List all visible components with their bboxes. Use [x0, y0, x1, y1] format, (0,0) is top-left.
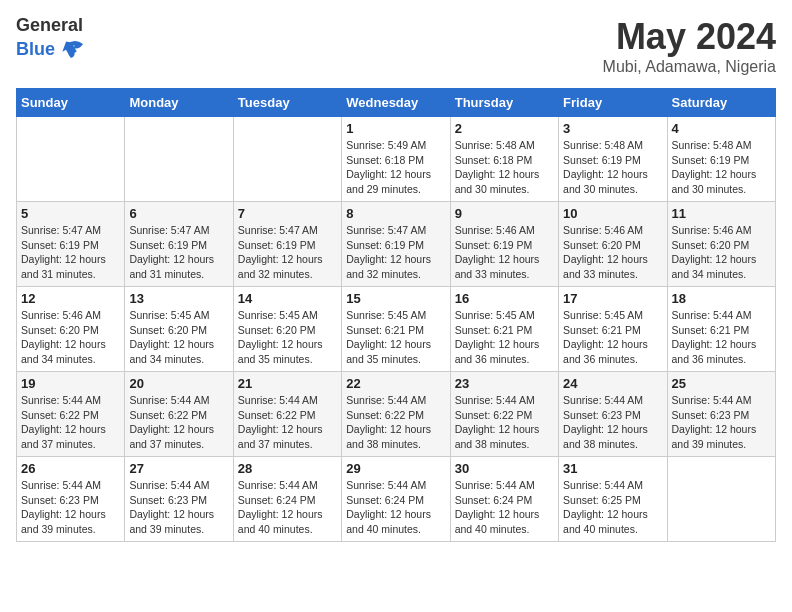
page-header: General Blue May 2024 Mubi, Adamawa, Nig… [16, 16, 776, 76]
logo-blue: Blue [16, 40, 55, 60]
day-info: Sunrise: 5:44 AM Sunset: 6:22 PM Dayligh… [21, 393, 120, 452]
day-number: 25 [672, 376, 771, 391]
day-cell: 13Sunrise: 5:45 AM Sunset: 6:20 PM Dayli… [125, 287, 233, 372]
main-title: May 2024 [603, 16, 776, 58]
day-cell [667, 457, 775, 542]
day-info: Sunrise: 5:45 AM Sunset: 6:21 PM Dayligh… [346, 308, 445, 367]
day-cell: 31Sunrise: 5:44 AM Sunset: 6:25 PM Dayli… [559, 457, 667, 542]
day-cell: 23Sunrise: 5:44 AM Sunset: 6:22 PM Dayli… [450, 372, 558, 457]
day-info: Sunrise: 5:44 AM Sunset: 6:23 PM Dayligh… [21, 478, 120, 537]
column-header-thursday: Thursday [450, 89, 558, 117]
day-info: Sunrise: 5:45 AM Sunset: 6:20 PM Dayligh… [238, 308, 337, 367]
column-header-friday: Friday [559, 89, 667, 117]
day-cell: 27Sunrise: 5:44 AM Sunset: 6:23 PM Dayli… [125, 457, 233, 542]
day-number: 9 [455, 206, 554, 221]
day-cell: 10Sunrise: 5:46 AM Sunset: 6:20 PM Dayli… [559, 202, 667, 287]
day-number: 8 [346, 206, 445, 221]
title-area: May 2024 Mubi, Adamawa, Nigeria [603, 16, 776, 76]
day-number: 5 [21, 206, 120, 221]
day-info: Sunrise: 5:47 AM Sunset: 6:19 PM Dayligh… [129, 223, 228, 282]
day-number: 15 [346, 291, 445, 306]
day-cell: 16Sunrise: 5:45 AM Sunset: 6:21 PM Dayli… [450, 287, 558, 372]
day-number: 12 [21, 291, 120, 306]
column-header-monday: Monday [125, 89, 233, 117]
day-cell: 4Sunrise: 5:48 AM Sunset: 6:19 PM Daylig… [667, 117, 775, 202]
day-number: 29 [346, 461, 445, 476]
day-cell: 22Sunrise: 5:44 AM Sunset: 6:22 PM Dayli… [342, 372, 450, 457]
logo-general: General [16, 16, 83, 36]
day-info: Sunrise: 5:45 AM Sunset: 6:21 PM Dayligh… [455, 308, 554, 367]
day-info: Sunrise: 5:47 AM Sunset: 6:19 PM Dayligh… [21, 223, 120, 282]
day-info: Sunrise: 5:47 AM Sunset: 6:19 PM Dayligh… [346, 223, 445, 282]
day-cell: 28Sunrise: 5:44 AM Sunset: 6:24 PM Dayli… [233, 457, 341, 542]
day-info: Sunrise: 5:48 AM Sunset: 6:18 PM Dayligh… [455, 138, 554, 197]
day-number: 17 [563, 291, 662, 306]
day-number: 6 [129, 206, 228, 221]
day-info: Sunrise: 5:44 AM Sunset: 6:22 PM Dayligh… [238, 393, 337, 452]
day-cell: 21Sunrise: 5:44 AM Sunset: 6:22 PM Dayli… [233, 372, 341, 457]
day-number: 27 [129, 461, 228, 476]
day-number: 3 [563, 121, 662, 136]
column-header-saturday: Saturday [667, 89, 775, 117]
day-cell: 29Sunrise: 5:44 AM Sunset: 6:24 PM Dayli… [342, 457, 450, 542]
day-info: Sunrise: 5:44 AM Sunset: 6:24 PM Dayligh… [238, 478, 337, 537]
day-cell: 9Sunrise: 5:46 AM Sunset: 6:19 PM Daylig… [450, 202, 558, 287]
day-number: 30 [455, 461, 554, 476]
day-info: Sunrise: 5:44 AM Sunset: 6:23 PM Dayligh… [129, 478, 228, 537]
day-cell: 14Sunrise: 5:45 AM Sunset: 6:20 PM Dayli… [233, 287, 341, 372]
day-info: Sunrise: 5:44 AM Sunset: 6:24 PM Dayligh… [455, 478, 554, 537]
day-info: Sunrise: 5:45 AM Sunset: 6:20 PM Dayligh… [129, 308, 228, 367]
subtitle: Mubi, Adamawa, Nigeria [603, 58, 776, 76]
column-header-sunday: Sunday [17, 89, 125, 117]
logo-bird-icon [57, 36, 85, 64]
day-number: 20 [129, 376, 228, 391]
day-info: Sunrise: 5:48 AM Sunset: 6:19 PM Dayligh… [563, 138, 662, 197]
day-info: Sunrise: 5:44 AM Sunset: 6:21 PM Dayligh… [672, 308, 771, 367]
day-cell: 3Sunrise: 5:48 AM Sunset: 6:19 PM Daylig… [559, 117, 667, 202]
day-number: 24 [563, 376, 662, 391]
day-cell: 11Sunrise: 5:46 AM Sunset: 6:20 PM Dayli… [667, 202, 775, 287]
logo: General Blue [16, 16, 85, 64]
week-row-2: 5Sunrise: 5:47 AM Sunset: 6:19 PM Daylig… [17, 202, 776, 287]
day-number: 4 [672, 121, 771, 136]
day-cell: 8Sunrise: 5:47 AM Sunset: 6:19 PM Daylig… [342, 202, 450, 287]
week-row-4: 19Sunrise: 5:44 AM Sunset: 6:22 PM Dayli… [17, 372, 776, 457]
day-number: 31 [563, 461, 662, 476]
day-info: Sunrise: 5:44 AM Sunset: 6:22 PM Dayligh… [129, 393, 228, 452]
day-cell [125, 117, 233, 202]
week-row-1: 1Sunrise: 5:49 AM Sunset: 6:18 PM Daylig… [17, 117, 776, 202]
day-cell: 24Sunrise: 5:44 AM Sunset: 6:23 PM Dayli… [559, 372, 667, 457]
day-cell [17, 117, 125, 202]
day-number: 22 [346, 376, 445, 391]
week-row-3: 12Sunrise: 5:46 AM Sunset: 6:20 PM Dayli… [17, 287, 776, 372]
day-number: 16 [455, 291, 554, 306]
day-number: 1 [346, 121, 445, 136]
day-info: Sunrise: 5:45 AM Sunset: 6:21 PM Dayligh… [563, 308, 662, 367]
day-number: 13 [129, 291, 228, 306]
day-info: Sunrise: 5:44 AM Sunset: 6:25 PM Dayligh… [563, 478, 662, 537]
day-number: 2 [455, 121, 554, 136]
week-row-5: 26Sunrise: 5:44 AM Sunset: 6:23 PM Dayli… [17, 457, 776, 542]
day-number: 18 [672, 291, 771, 306]
day-info: Sunrise: 5:44 AM Sunset: 6:23 PM Dayligh… [563, 393, 662, 452]
day-number: 28 [238, 461, 337, 476]
day-number: 26 [21, 461, 120, 476]
day-cell: 20Sunrise: 5:44 AM Sunset: 6:22 PM Dayli… [125, 372, 233, 457]
day-number: 19 [21, 376, 120, 391]
column-header-wednesday: Wednesday [342, 89, 450, 117]
day-cell: 6Sunrise: 5:47 AM Sunset: 6:19 PM Daylig… [125, 202, 233, 287]
day-info: Sunrise: 5:48 AM Sunset: 6:19 PM Dayligh… [672, 138, 771, 197]
day-cell: 12Sunrise: 5:46 AM Sunset: 6:20 PM Dayli… [17, 287, 125, 372]
day-number: 7 [238, 206, 337, 221]
day-cell: 19Sunrise: 5:44 AM Sunset: 6:22 PM Dayli… [17, 372, 125, 457]
day-number: 21 [238, 376, 337, 391]
day-cell: 18Sunrise: 5:44 AM Sunset: 6:21 PM Dayli… [667, 287, 775, 372]
day-number: 11 [672, 206, 771, 221]
day-info: Sunrise: 5:44 AM Sunset: 6:22 PM Dayligh… [455, 393, 554, 452]
day-cell: 7Sunrise: 5:47 AM Sunset: 6:19 PM Daylig… [233, 202, 341, 287]
day-cell [233, 117, 341, 202]
day-cell: 5Sunrise: 5:47 AM Sunset: 6:19 PM Daylig… [17, 202, 125, 287]
day-info: Sunrise: 5:44 AM Sunset: 6:24 PM Dayligh… [346, 478, 445, 537]
day-info: Sunrise: 5:49 AM Sunset: 6:18 PM Dayligh… [346, 138, 445, 197]
day-cell: 30Sunrise: 5:44 AM Sunset: 6:24 PM Dayli… [450, 457, 558, 542]
